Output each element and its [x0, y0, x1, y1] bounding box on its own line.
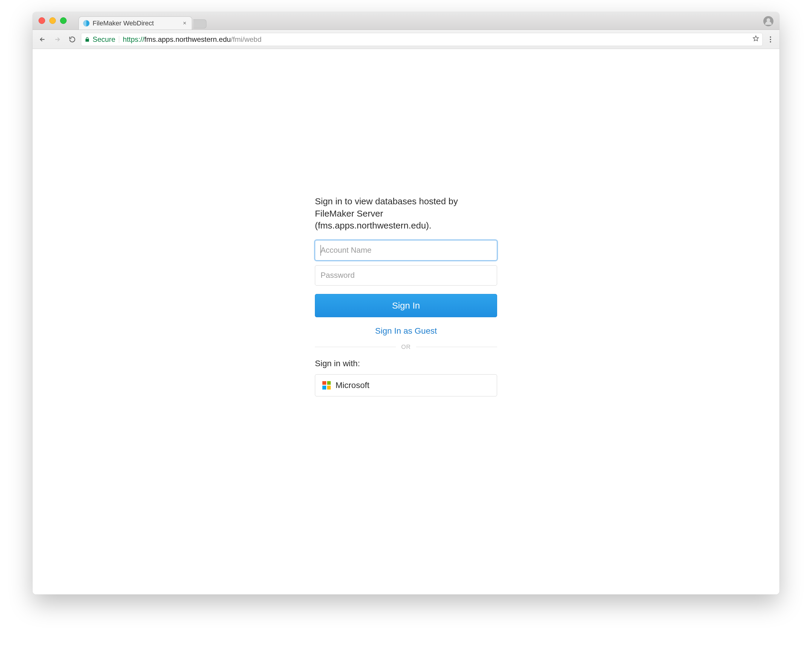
login-form: Sign in to view databases hosted by File…: [315, 195, 497, 397]
profile-avatar-icon[interactable]: [763, 16, 774, 26]
tab-strip: FileMaker WebDirect ×: [79, 12, 206, 30]
sign-in-button[interactable]: Sign In: [315, 294, 497, 317]
lock-icon: [84, 37, 90, 43]
back-button[interactable]: [36, 33, 49, 46]
browser-menu-button[interactable]: [765, 36, 776, 43]
microsoft-icon: [322, 381, 331, 389]
url-path: /fmi/webd: [231, 35, 262, 43]
minimize-window-button[interactable]: [49, 17, 56, 24]
filemaker-favicon-icon: [83, 20, 90, 27]
or-divider: OR: [315, 343, 497, 350]
close-window-button[interactable]: [38, 17, 45, 24]
divider-line-left: [315, 347, 396, 347]
password-input[interactable]: [315, 265, 497, 285]
microsoft-oauth-label: Microsoft: [336, 381, 369, 390]
account-name-input[interactable]: [315, 240, 497, 261]
title-bar: FileMaker WebDirect ×: [32, 12, 780, 30]
browser-tab[interactable]: FileMaker WebDirect ×: [79, 17, 192, 30]
browser-window: FileMaker WebDirect × Secure https://fms…: [32, 12, 780, 594]
forward-button[interactable]: [51, 33, 64, 46]
url-protocol: https://: [123, 35, 144, 43]
maximize-window-button[interactable]: [60, 17, 67, 24]
sign-in-guest-link[interactable]: Sign In as Guest: [315, 326, 497, 336]
text-caret: [321, 245, 321, 256]
reload-icon: [69, 36, 76, 43]
sign-in-prompt: Sign in to view databases hosted by File…: [315, 195, 497, 232]
new-tab-button[interactable]: [193, 20, 206, 28]
reload-button[interactable]: [66, 33, 79, 46]
url-host: fms.apps.northwestern.edu: [144, 35, 231, 43]
svg-point-0: [770, 36, 771, 37]
close-tab-button[interactable]: ×: [182, 20, 188, 27]
svg-point-2: [770, 41, 771, 42]
divider-line-right: [416, 347, 497, 347]
kebab-icon: [769, 36, 771, 43]
nav-toolbar: Secure https://fms.apps.northwestern.edu…: [32, 30, 780, 49]
url-display: https://fms.apps.northwestern.edu/fmi/we…: [123, 35, 261, 44]
account-field-wrapper: [315, 240, 497, 265]
secure-label: Secure: [93, 35, 115, 44]
sign-in-with-label: Sign in with:: [315, 359, 497, 368]
arrow-right-icon: [54, 36, 61, 43]
bookmark-button[interactable]: [752, 35, 759, 44]
page-viewport: Sign in to view databases hosted by File…: [32, 49, 780, 594]
svg-point-1: [770, 38, 771, 40]
microsoft-oauth-button[interactable]: Microsoft: [315, 374, 497, 397]
divider-label: OR: [401, 343, 411, 350]
secure-indicator: Secure: [84, 35, 115, 44]
star-icon: [752, 35, 759, 42]
window-controls: [38, 17, 67, 24]
tab-title: FileMaker WebDirect: [93, 20, 179, 27]
arrow-left-icon: [39, 36, 46, 43]
address-bar[interactable]: Secure https://fms.apps.northwestern.edu…: [81, 33, 763, 46]
